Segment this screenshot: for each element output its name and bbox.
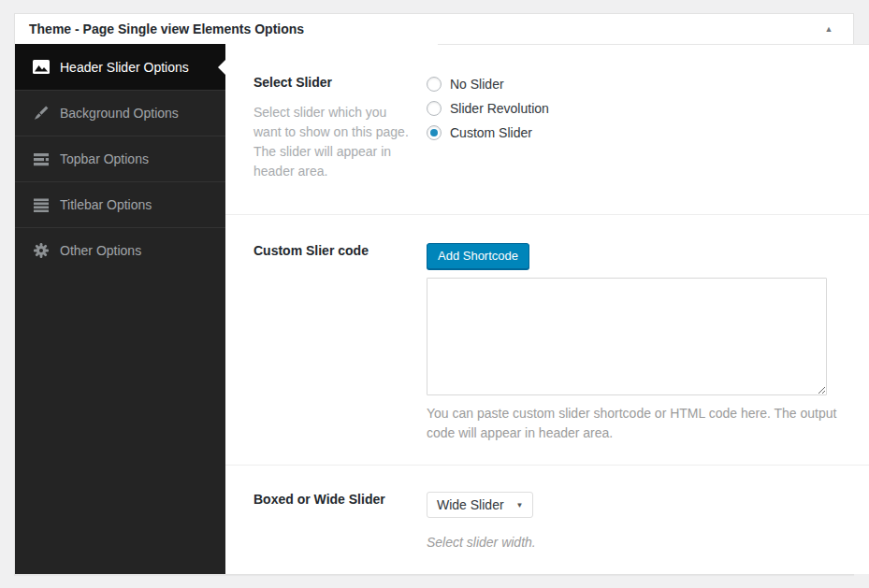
custom-slider-code-label: Custom Slier code — [253, 243, 427, 258]
tab-label: Header Slider Options — [60, 60, 189, 75]
options-tab-sidebar: Header Slider Options Background Options — [15, 44, 225, 574]
radio-button-icon — [427, 77, 442, 92]
select-slider-row: Select Slider Select slider which you wa… — [225, 44, 869, 215]
image-icon — [33, 60, 50, 75]
select-slider-label: Select Slider — [253, 75, 427, 90]
brush-icon — [33, 106, 50, 121]
tab-background-options[interactable]: Background Options — [15, 90, 225, 136]
boxed-wide-slider-row: Boxed or Wide Slider Wide Slider ▼ Selec… — [225, 466, 869, 574]
titlebar-lines-icon — [33, 197, 50, 212]
custom-slider-code-row: Custom Slier code Add Shortcode You can … — [225, 215, 869, 466]
tab-header-slider-options[interactable]: Header Slider Options — [15, 44, 225, 90]
selected-option-text: Wide Slider — [437, 497, 504, 512]
radio-slider-revolution[interactable]: Slider Revolution — [427, 101, 847, 116]
add-shortcode-button[interactable]: Add Shortcode — [427, 243, 529, 269]
topbar-lines-icon — [33, 151, 50, 166]
metabox-body: Header Slider Options Background Options — [15, 44, 853, 574]
tab-label: Topbar Options — [60, 151, 149, 166]
slider-width-caption: Select slider width. — [427, 535, 847, 550]
boxed-wide-slider-label: Boxed or Wide Slider — [253, 492, 427, 507]
tab-label: Other Options — [60, 243, 141, 258]
collapse-toggle-button[interactable]: ▲ — [812, 15, 846, 43]
select-slider-description: Select slider which you want to show on … — [253, 103, 414, 181]
collapse-up-arrow-icon: ▲ — [825, 24, 833, 34]
tab-label: Background Options — [60, 106, 179, 121]
metabox-title: Theme - Page Single view Elements Option… — [29, 22, 304, 36]
theme-options-metabox: Theme - Page Single view Elements Option… — [14, 13, 854, 575]
radio-no-slider[interactable]: No Slider — [427, 77, 847, 92]
custom-slider-code-textarea[interactable] — [427, 278, 827, 395]
dropdown-caret-icon: ▼ — [516, 501, 524, 509]
radio-label: Slider Revolution — [450, 101, 549, 116]
radio-button-icon — [427, 101, 442, 116]
radio-custom-slider[interactable]: Custom Slider — [427, 125, 847, 140]
tab-label: Titlebar Options — [60, 197, 152, 212]
tab-topbar-options[interactable]: Topbar Options — [15, 136, 225, 181]
radio-label: Custom Slider — [450, 125, 532, 140]
radio-button-checked-icon — [427, 125, 442, 140]
tab-panel-header-slider-options: Select Slider Select slider which you wa… — [225, 44, 869, 574]
radio-label: No Slider — [450, 77, 504, 92]
tab-titlebar-options[interactable]: Titlebar Options — [15, 181, 225, 227]
gear-icon — [33, 243, 50, 258]
custom-slider-code-help: You can paste custom slider shortcode or… — [427, 404, 847, 443]
tab-other-options[interactable]: Other Options — [15, 227, 225, 273]
slider-width-select[interactable]: Wide Slider ▼ — [427, 492, 533, 518]
metabox-header: Theme - Page Single view Elements Option… — [15, 14, 853, 44]
